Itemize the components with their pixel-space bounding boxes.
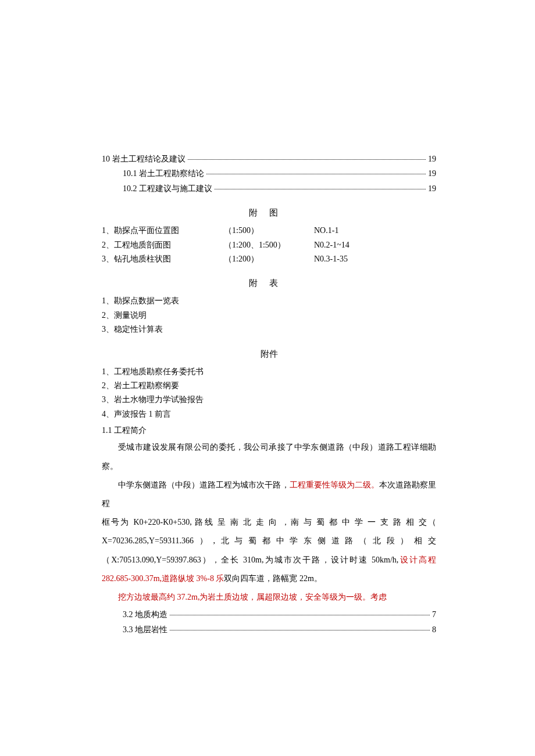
list-item: 4、声波报告 1 前言 — [102, 408, 436, 421]
figure-row: 3、钻孔地质柱状图 （1:200） N0.3-1-35 — [102, 253, 436, 266]
list-item: 1、勘探点数据一览表 — [102, 295, 436, 307]
figure-scale: （1:200） — [224, 253, 314, 266]
toc-label: 3.3 地层岩性 — [123, 624, 167, 636]
toc-label: 10.2 工程建议与施工建议 — [123, 182, 212, 195]
toc-label: 3.2 地质构造 — [123, 608, 167, 621]
list-item: 3、稳定性计算表 — [102, 323, 436, 336]
text-run: 双向四车道，路幅宽 22m。 — [224, 574, 322, 583]
figure-name: 2、工程地质剖面图 — [102, 239, 224, 252]
toc-item: 3.2 地质构造 7 — [102, 608, 436, 621]
figure-no: N0.2-1~14 — [314, 239, 436, 252]
toc-item: 10 岩土工程结论及建议 19 — [102, 153, 436, 166]
toc-dots — [170, 614, 430, 615]
paragraph: 受城市建设发展有限公司的委托，我公司承接了中学东侧道路（中段）道路工程详细勘察。 — [102, 438, 436, 475]
text-run: 框号为 K0+220-K0+530, 路线 呈 南 北 走 向 ，南 与 蜀 都… — [102, 518, 436, 526]
text-run-red: 挖方边坡最高约 37.2m,为岩土质边坡，属超限边坡，安全等级为一级。考虑 — [118, 593, 387, 601]
toc-label: 10.1 岩土工程勘察结论 — [123, 167, 204, 180]
list-item: 2、岩土工程勘察纲要 — [102, 379, 436, 392]
toc-item: 10.1 岩土工程勘察结论 19 — [102, 167, 436, 180]
toc-dots — [188, 159, 426, 160]
toc-page: 19 — [428, 167, 436, 180]
toc-item: 3.3 地层岩性 8 — [102, 624, 436, 636]
text-run: 中学东侧道路（中段）道路工程为城市次干路， — [118, 481, 290, 489]
attachments-list: 1、工程地质勘察任务委托书 2、岩土工程勘察纲要 3、岩土水物理力学试验报告 4… — [102, 366, 436, 421]
toc-page: 7 — [432, 608, 436, 621]
text-run: X=70236.285,Y=59311.366）,北与蜀都中学东侧道路（北段）相… — [102, 536, 436, 564]
list-item: 2、测量说明 — [102, 309, 436, 322]
list-item: 1、工程地质勘察任务委托书 — [102, 366, 436, 378]
list-item: 3、岩土水物理力学试验报告 — [102, 393, 436, 406]
toc-dots — [206, 173, 426, 174]
text-run-red: 工程重要性等级为二级。 — [290, 481, 379, 489]
paragraph: 挖方边坡最高约 37.2m,为岩土质边坡，属超限边坡，安全等级为一级。考虑 — [102, 588, 436, 607]
attachments-heading: 附件 — [102, 347, 436, 361]
figure-no: N0.3-1-35 — [314, 253, 436, 266]
tables-heading: 附表 — [102, 276, 436, 290]
figure-name: 3、钻孔地质柱状图 — [102, 253, 224, 266]
paragraph: 框号为 K0+220-K0+530, 路线 呈 南 北 走 向 ，南 与 蜀 都… — [102, 513, 436, 532]
figure-no: NO.1-1 — [314, 224, 436, 237]
paragraph: X=70236.285,Y=59311.366）,北与蜀都中学东侧道路（北段）相… — [102, 532, 436, 588]
toc-item: 10.2 工程建议与施工建议 19 — [102, 182, 436, 195]
figure-name: 1、勘探点平面位置图 — [102, 224, 224, 237]
figure-row: 1、勘探点平面位置图 （1:500） NO.1-1 — [102, 224, 436, 237]
toc-dots — [170, 629, 430, 630]
toc-page: 19 — [428, 182, 436, 195]
figures-heading: 附图 — [102, 206, 436, 220]
figure-scale: （1:200、1:500） — [224, 239, 314, 252]
figure-row: 2、工程地质剖面图 （1:200、1:500） N0.2-1~14 — [102, 239, 436, 252]
toc-page: 19 — [428, 153, 436, 166]
toc-page: 8 — [432, 624, 436, 636]
tables-list: 1、勘探点数据一览表 2、测量说明 3、稳定性计算表 — [102, 295, 436, 336]
toc-label: 10 岩土工程结论及建议 — [102, 153, 186, 166]
figure-scale: （1:500） — [224, 224, 314, 237]
paragraph: 中学东侧道路（中段）道路工程为城市次干路，工程重要性等级为二级。本次道路勘察里程 — [102, 476, 436, 513]
heading-1-1: 1.1 工程简介 — [102, 424, 436, 437]
toc-dots — [215, 188, 426, 189]
